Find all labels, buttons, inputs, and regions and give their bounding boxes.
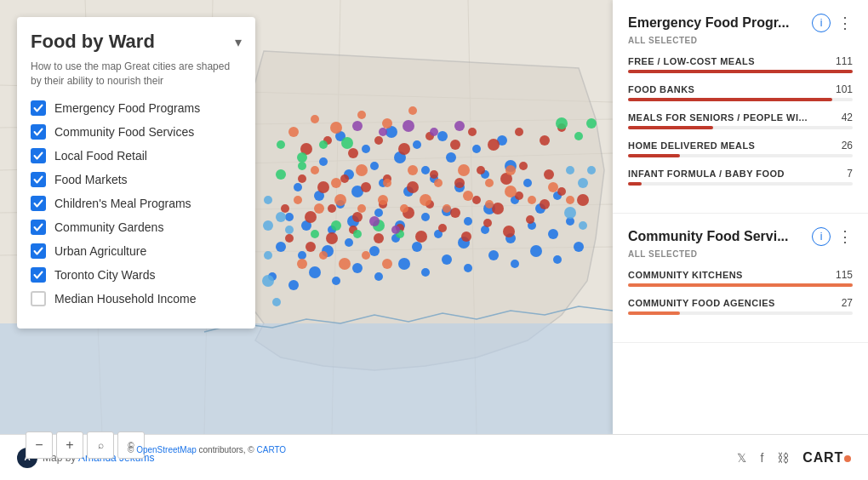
svg-point-80 [374,136,383,145]
layer-item-median-household[interactable]: Median Household Income [31,291,242,306]
community-more-options-icon[interactable]: ⋮ [837,229,853,244]
svg-point-91 [340,174,349,183]
carto-dot [844,455,851,462]
svg-point-104 [352,212,363,222]
zoom-in-button[interactable]: + [56,431,83,459]
svg-point-150 [463,191,473,201]
svg-point-51 [345,238,353,247]
svg-point-14 [413,140,421,149]
svg-point-94 [407,181,419,193]
svg-point-76 [574,242,584,252]
checkbox-urban-agriculture[interactable] [31,243,46,259]
svg-point-134 [331,178,341,188]
stat-row: MEALS FOR SENIORS / PEOPLE WI...42 [628,111,853,129]
facebook-icon[interactable]: f [760,451,763,465]
svg-point-133 [311,166,319,174]
checkbox-emergency-food[interactable] [31,100,46,116]
svg-point-164 [341,137,353,149]
svg-point-183 [263,220,273,231]
svg-point-52 [369,246,380,256]
svg-point-178 [430,128,438,136]
layer-item-emergency-food[interactable]: Emergency Food Programs [31,100,242,116]
link-icon[interactable]: ⛓ [777,451,789,465]
bottom-right: 𝕏 f ⛓ CART [737,450,851,466]
stat-count: 27 [842,297,853,309]
stat-row: COMMUNITY FOOD AGENCIES27 [628,297,853,315]
stat-row: FREE / LOW-COST MEALS111 [628,55,853,73]
openstreetmap-link[interactable]: OpenStreetMap [136,445,197,454]
carto-link[interactable]: CARTO [257,445,287,454]
stat-count: 115 [836,269,853,281]
layer-item-childrens-meal[interactable]: Children's Meal Programs [31,196,242,211]
checkbox-community-gardens[interactable] [31,220,46,235]
stat-count: 26 [842,140,853,151]
stat-label: COMMUNITY KITCHENS [628,270,743,280]
layer-item-community-food-services[interactable]: Community Food Services [31,124,242,140]
svg-point-102 [305,211,317,223]
checkbox-food-markets[interactable] [31,172,46,187]
svg-point-169 [586,118,597,129]
svg-point-189 [566,166,574,174]
stat-bar-bg [628,182,853,186]
svg-point-157 [319,251,328,260]
svg-point-138 [434,179,443,187]
svg-point-74 [530,245,542,257]
svg-point-39 [374,209,383,217]
stat-row: FOOD BANKS101 [628,83,853,101]
layer-label-childrens-meal: Children's Meal Programs [54,197,191,210]
more-options-icon[interactable]: ⋮ [837,15,853,31]
stat-label: COMMUNITY FOOD AGENCIES [628,298,775,308]
layer-item-food-markets[interactable]: Food Markets [31,172,242,187]
twitter-icon[interactable]: 𝕏 [737,451,746,465]
svg-point-161 [277,140,285,149]
community-info-icon[interactable]: i [812,227,831,246]
search-button[interactable]: ⌕ [87,431,114,459]
svg-point-139 [458,164,470,176]
zoom-out-button[interactable]: − [26,431,53,459]
svg-point-71 [464,264,472,272]
checkbox-median-household[interactable] [31,291,46,306]
info-icon[interactable]: i [812,14,831,32]
svg-point-87 [540,135,550,146]
svg-point-159 [362,251,370,260]
stat-bar-bg [628,311,853,315]
layer-item-community-gardens[interactable]: Community Gardens [31,220,242,235]
stat-row: HOME DELIVERED MEALS26 [628,140,853,157]
layer-item-toronto-city-wards[interactable]: Toronto City Wards [31,267,242,283]
svg-point-73 [511,260,519,268]
svg-point-187 [276,212,286,222]
svg-point-21 [446,152,456,163]
svg-point-65 [332,277,340,285]
layer-item-urban-agriculture[interactable]: Urban Agriculture [31,243,242,259]
svg-point-137 [408,165,418,175]
svg-point-149 [443,204,451,213]
stat-label: HOME DELIVERED MEALS [628,140,755,151]
checkbox-local-food-retail[interactable] [31,148,46,163]
svg-point-113 [557,187,566,196]
community-food-title: Community Food Servi... [628,229,788,244]
svg-point-148 [420,194,431,206]
svg-point-129 [330,122,342,134]
svg-point-64 [309,266,321,278]
svg-point-97 [477,166,485,174]
svg-point-146 [378,195,388,205]
community-all-selected-label: ALL SELECTED [628,249,853,259]
svg-point-16 [319,157,328,166]
svg-point-95 [430,170,438,179]
chevron-down-icon[interactable]: ▾ [235,34,242,50]
svg-point-186 [272,298,281,306]
carto-brand: CART [802,450,851,466]
svg-point-193 [579,221,587,230]
svg-point-132 [408,106,417,115]
checkbox-childrens-meal[interactable] [31,196,46,211]
checkbox-toronto-city-wards[interactable] [31,267,46,283]
svg-point-114 [577,194,589,206]
stat-label: FOOD BANKS [628,84,694,94]
svg-point-163 [319,140,328,149]
layer-item-local-food-retail[interactable]: Local Food Retail [31,148,242,163]
stat-count: 42 [842,111,853,123]
svg-point-115 [285,234,294,243]
svg-point-34 [523,179,532,187]
checkbox-community-food-services[interactable] [31,124,46,140]
sidebar-title: Food by Ward [31,31,155,53]
